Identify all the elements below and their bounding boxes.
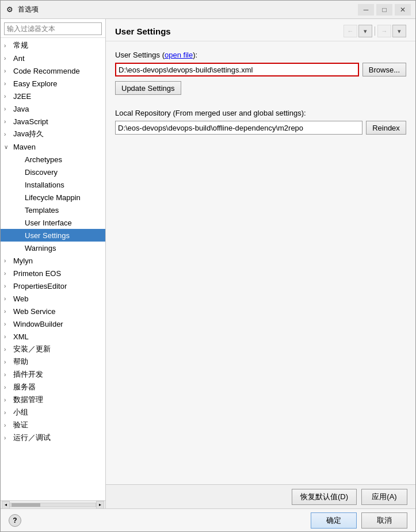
sidebar-item-window-builder[interactable]: ›WindowBuilder xyxy=(1,317,105,330)
tree-arrow-changui: › xyxy=(4,43,11,49)
browse-button[interactable]: Browse... xyxy=(362,63,406,76)
filter-input[interactable] xyxy=(4,22,102,35)
sidebar-item-web-service[interactable]: ›Web Service xyxy=(1,305,105,317)
restore-defaults-button[interactable]: 恢复默认值(D) xyxy=(292,489,357,505)
tree-label-data-manage: 数据管理 xyxy=(13,395,43,405)
panel-body: User Settings (open file): Browse... Upd… xyxy=(106,41,415,484)
user-settings-label: User Settings (open file): xyxy=(115,51,406,59)
sidebar-item-archetypes[interactable]: Archetypes xyxy=(1,153,105,166)
window-title: 首选项 xyxy=(18,5,358,14)
tree-arrow-plugin-dev: › xyxy=(4,372,11,378)
sidebar-item-java[interactable]: ›Java xyxy=(1,102,105,115)
sidebar-item-install-update[interactable]: ›安装／更新 xyxy=(1,343,105,355)
tree-label-templates: Templates xyxy=(25,206,59,215)
sidebar-item-warnings[interactable]: Warnings xyxy=(1,242,105,254)
update-settings-button[interactable]: Update Settings xyxy=(115,81,181,95)
sidebar-item-templates[interactable]: Templates xyxy=(1,204,105,216)
sidebar-item-javascript[interactable]: ›JavaScript xyxy=(1,115,105,128)
sidebar-item-web[interactable]: ›Web xyxy=(1,292,105,305)
sidebar-item-j2ee[interactable]: ›J2EE xyxy=(1,90,105,102)
tree-label-maven: Maven xyxy=(13,143,36,151)
scroll-left-arrow[interactable]: ◂ xyxy=(2,501,10,509)
tree-label-lifecycle-mapping: Lifecycle Mappin xyxy=(25,193,81,202)
sidebar-item-user-settings[interactable]: User Settings xyxy=(1,229,105,242)
tree-label-mylyn: Mylyn xyxy=(13,257,33,265)
main-panel: User Settings ← ▾ → ▾ User Settings (ope… xyxy=(106,19,415,508)
tree-label-web: Web xyxy=(13,294,29,303)
scroll-right-arrow[interactable]: ▸ xyxy=(96,501,104,509)
tree-container[interactable]: ›常规›Ant›Code Recommende›Easy Explore›J2E… xyxy=(1,38,105,500)
local-repo-row: Reindex xyxy=(115,121,406,135)
apply-button[interactable]: 应用(A) xyxy=(361,489,407,505)
user-settings-section: User Settings (open file): Browse... Upd… xyxy=(115,51,406,95)
sidebar-item-maven[interactable]: ∨Maven xyxy=(1,140,105,153)
sidebar-item-lifecycle-mapping[interactable]: Lifecycle Mappin xyxy=(1,191,105,204)
tree-arrow-javascript: › xyxy=(4,118,11,125)
sidebar-item-group[interactable]: ›小组 xyxy=(1,406,105,419)
minimize-button[interactable]: ─ xyxy=(358,4,374,16)
footer-actions: 确定 取消 xyxy=(21,512,407,529)
user-settings-suffix: ): xyxy=(193,51,197,59)
sidebar-item-mylyn[interactable]: ›Mylyn xyxy=(1,254,105,267)
tree-label-verify: 验证 xyxy=(13,420,28,430)
tree-arrow-window-builder: › xyxy=(4,321,11,327)
sidebar-item-server[interactable]: ›服务器 xyxy=(1,381,105,393)
sidebar-item-primeton-eos[interactable]: ›Primeton EOS xyxy=(1,267,105,280)
tree-label-user-settings: User Settings xyxy=(25,231,70,240)
open-file-link[interactable]: open file xyxy=(165,51,193,59)
settings-path-row: Browse... xyxy=(115,63,406,76)
tree-label-java: Java xyxy=(13,105,29,113)
local-repo-input[interactable] xyxy=(115,121,362,135)
ok-button[interactable]: 确定 xyxy=(311,512,357,529)
sidebar-item-help[interactable]: ›帮助 xyxy=(1,355,105,368)
sidebar-item-plugin-dev[interactable]: ›插件开发 xyxy=(1,368,105,381)
back-dropdown-button[interactable]: ▾ xyxy=(358,25,372,37)
tree-arrow-code-recommende: › xyxy=(4,68,11,74)
maximize-button[interactable]: □ xyxy=(376,4,392,16)
sidebar-item-verify[interactable]: ›验证 xyxy=(1,419,105,431)
tree-label-install-update: 安装／更新 xyxy=(13,344,51,354)
reindex-button[interactable]: Reindex xyxy=(366,121,406,135)
scrollbar-thumb[interactable] xyxy=(12,503,40,507)
sidebar-item-discovery[interactable]: Discovery xyxy=(1,166,105,178)
help-button[interactable]: ? xyxy=(9,514,21,527)
sidebar-item-easy-explore[interactable]: ›Easy Explore xyxy=(1,77,105,90)
tree-arrow-install-update: › xyxy=(4,346,11,353)
tree-label-help: 帮助 xyxy=(13,357,28,367)
tree-arrow-server: › xyxy=(4,384,11,391)
settings-path-input[interactable] xyxy=(115,63,359,76)
close-button[interactable]: ✕ xyxy=(395,4,411,16)
sidebar-item-xml[interactable]: ›XML xyxy=(1,330,105,343)
sidebar-item-run-debug[interactable]: ›运行／调试 xyxy=(1,431,105,444)
tree-arrow-run-debug: › xyxy=(4,435,11,441)
forward-button[interactable]: → xyxy=(377,25,391,37)
panel-header: User Settings ← ▾ → ▾ xyxy=(106,19,415,41)
sidebar-item-properties-editor[interactable]: ›PropertiesEditor xyxy=(1,280,105,292)
footer-bar: ? 确定 取消 xyxy=(1,508,415,531)
sidebar-item-code-recommende[interactable]: ›Code Recommende xyxy=(1,64,105,77)
titlebar: ⚙ 首选项 ─ □ ✕ xyxy=(1,1,415,19)
panel-bottom-bar: 恢复默认值(D) 应用(A) xyxy=(106,484,415,508)
sidebar-item-user-interface[interactable]: User Interface xyxy=(1,216,105,229)
tree-arrow-j2ee: › xyxy=(4,93,11,99)
sidebar-item-installations[interactable]: Installations xyxy=(1,178,105,191)
tree-label-server: 服务器 xyxy=(13,382,36,392)
horizontal-scrollbar[interactable]: ◂ ▸ xyxy=(1,500,105,508)
sidebar-item-ant[interactable]: ›Ant xyxy=(1,52,105,64)
tree-arrow-group: › xyxy=(4,409,11,416)
tree-arrow-web-service: › xyxy=(4,308,11,315)
cancel-button[interactable]: 取消 xyxy=(361,512,407,529)
scrollbar-track[interactable] xyxy=(10,503,96,507)
tree-label-user-interface: User Interface xyxy=(25,219,72,227)
tree-label-window-builder: WindowBuilder xyxy=(13,320,63,328)
back-button[interactable]: ← xyxy=(344,25,357,37)
tree-arrow-verify: › xyxy=(4,422,11,428)
sidebar-item-data-manage[interactable]: ›数据管理 xyxy=(1,393,105,406)
sidebar-item-java-persistent[interactable]: ›Java持久 xyxy=(1,128,105,140)
tree-arrow-properties-editor: › xyxy=(4,283,11,289)
tree-label-properties-editor: PropertiesEditor xyxy=(13,282,67,290)
tree-label-primeton-eos: Primeton EOS xyxy=(13,269,61,278)
sidebar-item-changui[interactable]: ›常规 xyxy=(1,39,105,52)
tree-arrow-java: › xyxy=(4,106,11,112)
forward-dropdown-button[interactable]: ▾ xyxy=(392,25,406,37)
